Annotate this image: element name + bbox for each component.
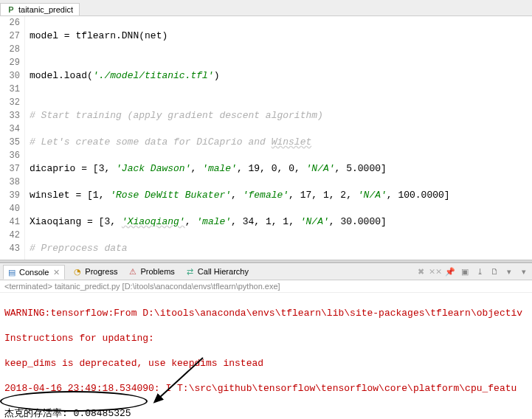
console-line: 杰克的存活率: 0.08485325 [4, 407, 528, 419]
python-file-icon: P [7, 5, 15, 14]
code-line: # Start training (apply gradient descent… [30, 109, 508, 122]
tab-console[interactable]: ▤ Console ✕ [3, 265, 65, 280]
line-number-gutter: 26 27 28 29 30 31 32 33 34 35 36 37 38 3… [0, 16, 25, 260]
console-line: Instructions for updating: [4, 332, 528, 344]
console-line: WARNING:tensorflow:From D:\itools\anacon… [4, 307, 528, 319]
code-line: winslet = [1, 'Rose DeWitt Bukater', 'fe… [30, 189, 508, 202]
code-line: dicaprio = [3, 'Jack Dawson', 'male', 19… [30, 162, 508, 176]
scroll-lock-icon[interactable]: ⤓ [474, 266, 485, 277]
display-selected-icon[interactable]: ▣ [460, 266, 470, 277]
tab-progress[interactable]: ◔ Progress [69, 265, 120, 278]
code-line: model.load('./model/titanic.tfl') [30, 69, 508, 83]
console-output[interactable]: WARNING:tensorflow:From D:\itools\anacon… [0, 293, 532, 419]
console-tab-label: Console [19, 268, 49, 277]
remove-launch-icon[interactable]: ✖ [415, 266, 426, 277]
new-console-dropdown-icon[interactable]: ▾ [519, 266, 529, 277]
clear-console-icon[interactable]: 🗋 [489, 266, 500, 277]
code-area[interactable]: model = tflearn.DNN(net) model.load('./m… [25, 16, 508, 260]
pin-console-icon[interactable]: 📌 [445, 266, 455, 277]
file-tab-label: taitanic_predict [18, 5, 73, 14]
problems-icon: ⚠ [128, 266, 138, 277]
call-hierarchy-icon: ⇄ [185, 266, 196, 277]
problems-tab-label: Problems [140, 267, 174, 276]
code-line: # Let's create some data for DiCaprio an… [30, 136, 508, 149]
console-line: keep_dims is deprecated, use keepdims in… [4, 357, 528, 370]
console-line: 2018-04-16 23:49:18.534090: I T:\src\git… [4, 382, 528, 395]
progress-icon: ◔ [72, 266, 83, 277]
open-console-dropdown-icon[interactable]: ▾ [504, 266, 514, 277]
tab-problems[interactable]: ⚠ Problems [125, 265, 177, 278]
code-editor[interactable]: 26 27 28 29 30 31 32 33 34 35 36 37 38 3… [0, 16, 532, 260]
call-tab-label: Call Hierarchy [198, 267, 249, 276]
console-icon: ▤ [7, 267, 17, 277]
file-tab[interactable]: P taitanic_predict [0, 3, 80, 15]
console-toolbar: ✖ ⨯⨯ 📌 ▣ ⤓ 🗋 ▾ ▾ [415, 266, 529, 277]
code-line: Xiaoqiang = [3, 'Xiaoqiang', 'male', 34,… [30, 215, 508, 229]
code-line: # Preprocess data [30, 242, 508, 255]
tab-call-hierarchy[interactable]: ⇄ Call Hierarchy [182, 265, 252, 278]
terminated-header: <terminated> taitanic_predict.py [D:\ito… [0, 280, 532, 293]
progress-tab-label: Progress [85, 267, 117, 276]
remove-all-icon[interactable]: ⨯⨯ [430, 266, 441, 277]
close-icon[interactable]: ✕ [51, 267, 61, 277]
code-line: model = tflearn.DNN(net) [30, 30, 508, 43]
